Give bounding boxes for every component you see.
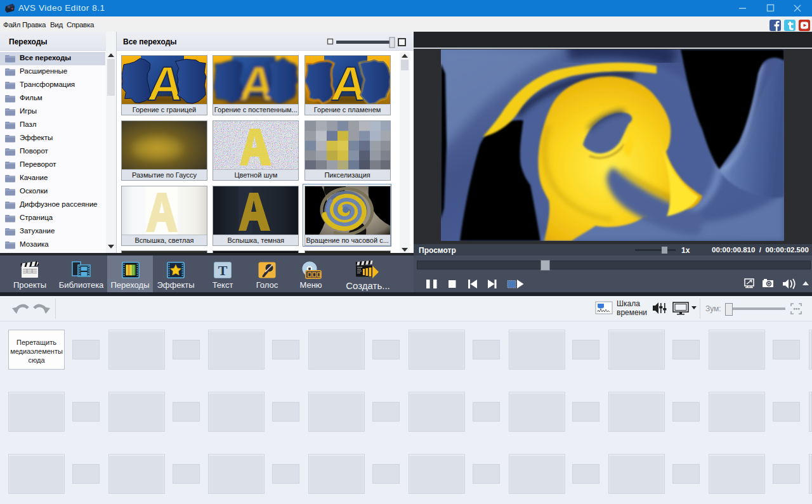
svg-text:T: T xyxy=(218,262,228,278)
